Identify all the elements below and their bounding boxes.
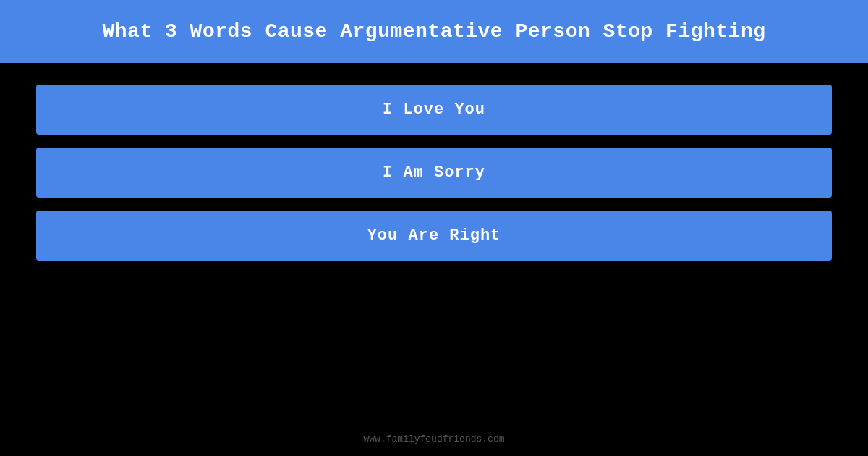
footer-url: www.familyfeudfriends.com [363,434,504,444]
header-title: What 3 Words Cause Argumentative Person … [102,20,765,43]
answer-label-2: I Am Sorry [383,164,485,182]
answer-label-3: You Are Right [367,227,501,245]
footer: www.familyfeudfriends.com [0,432,868,445]
answer-button-2[interactable]: I Am Sorry [36,148,832,198]
answers-container: I Love You I Am Sorry You Are Right [0,63,868,282]
header: What 3 Words Cause Argumentative Person … [0,0,868,63]
answer-button-1[interactable]: I Love You [36,85,832,135]
answer-button-3[interactable]: You Are Right [36,211,832,261]
answer-label-1: I Love You [383,101,485,119]
